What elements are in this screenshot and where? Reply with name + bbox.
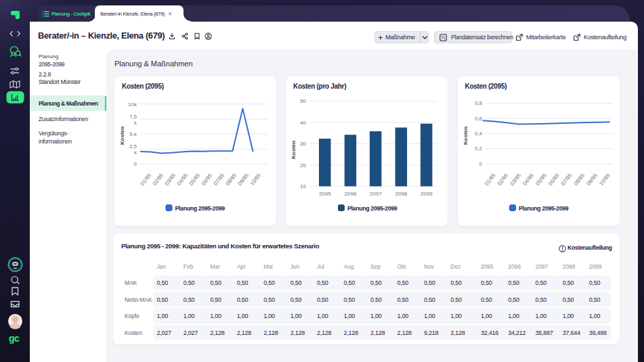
svg-text:01/95: 01/95 [139, 172, 153, 187]
svg-text:Planung 2095-2099: Planung 2095-2099 [519, 204, 569, 211]
svg-text:Planung 2095-2099: Planung 2095-2099 [347, 204, 398, 211]
svg-text:09/95: 09/95 [237, 172, 251, 187]
svg-text:0: 0 [134, 161, 137, 167]
svg-text:03/95: 03/95 [164, 172, 177, 187]
svg-text:04/95: 04/95 [521, 172, 535, 187]
svg-text:k: k [134, 119, 137, 125]
svg-text:7,5: 7,5 [129, 113, 137, 119]
svg-text:2095: 2095 [319, 191, 331, 197]
svg-text:08/95: 08/95 [572, 172, 586, 187]
svg-text:06/95: 06/95 [547, 172, 561, 187]
svg-text:2098: 2098 [395, 191, 408, 197]
svg-text:50: 50 [300, 98, 306, 104]
svg-text:10: 10 [300, 183, 306, 189]
svg-text:0,2: 0,2 [474, 145, 482, 152]
svg-text:2099: 2099 [421, 191, 433, 197]
svg-text:Kosten: Kosten [119, 126, 125, 144]
svg-text:02/95: 02/95 [152, 172, 165, 187]
svg-text:0: 0 [479, 160, 482, 166]
svg-text:20: 20 [300, 162, 306, 168]
svg-text:30: 30 [300, 141, 306, 147]
svg-text:07/95: 07/95 [213, 172, 226, 187]
svg-text:Planung 2095-2099: Planung 2095-2099 [175, 204, 226, 211]
svg-text:5 k: 5 k [129, 131, 137, 137]
svg-text:2097: 2097 [370, 191, 382, 197]
svg-text:2,5: 2,5 [129, 143, 137, 149]
svg-text:03/95: 03/95 [509, 172, 522, 187]
svg-text:06/95: 06/95 [200, 172, 214, 187]
svg-text:05/95: 05/95 [534, 172, 548, 187]
svg-text:05/95: 05/95 [188, 172, 202, 187]
svg-text:10/95: 10/95 [249, 172, 263, 187]
svg-text:01/95: 01/95 [484, 172, 497, 187]
svg-text:10/95: 10/95 [598, 172, 611, 187]
svg-text:0,4: 0,4 [474, 131, 482, 137]
svg-text:k: k [134, 149, 137, 155]
svg-text:Kosten: Kosten [463, 126, 469, 144]
svg-text:0,6: 0,6 [474, 115, 482, 121]
svg-text:gc: gc [9, 333, 20, 344]
svg-text:08/95: 08/95 [225, 172, 238, 187]
svg-text:2096: 2096 [345, 191, 357, 197]
svg-text:0,8: 0,8 [474, 100, 482, 106]
svg-text:02/95: 02/95 [496, 172, 509, 187]
svg-text:Kosten: Kosten [291, 140, 297, 158]
svg-text:09/95: 09/95 [585, 172, 599, 187]
svg-text:40: 40 [300, 119, 306, 125]
svg-text:07/95: 07/95 [559, 172, 573, 187]
svg-text:04/95: 04/95 [176, 172, 190, 187]
svg-text:10k: 10k [128, 101, 137, 107]
